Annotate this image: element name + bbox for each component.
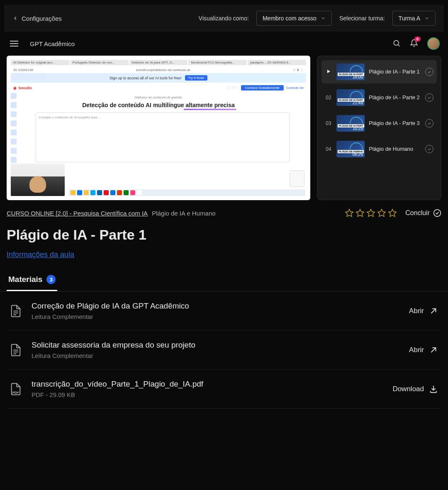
- check-circle-icon: [433, 209, 441, 217]
- material-action[interactable]: Download: [392, 385, 438, 394]
- play-icon: [326, 69, 331, 74]
- svg-marker-6: [378, 209, 385, 216]
- completion-check-icon[interactable]: [425, 68, 433, 76]
- playlist-item[interactable]: 02 PLÁGIO DE IA PART 21:48 Plágio de IA …: [321, 86, 437, 109]
- notifications-button[interactable]: 0: [410, 39, 418, 49]
- svg-marker-5: [367, 209, 375, 216]
- smodin-headline: Detecção de conteúdo AI multilíngue alta…: [27, 102, 290, 108]
- select-class-label: Selecionar turma:: [339, 15, 385, 22]
- hamburger-menu[interactable]: [10, 41, 18, 47]
- playlist-item[interactable]: 03 PLÁGIO DE IA PART 10:25 Plágio de IA …: [321, 112, 437, 135]
- playlist-thumbnail: PLÁGIO DE IA PART 10:25: [336, 115, 365, 132]
- svg-line-12: [431, 309, 436, 313]
- back-label: Configurações: [22, 15, 62, 22]
- svg-line-16: [431, 348, 436, 352]
- app-title: GPT Acadêmico: [30, 40, 381, 47]
- app-header: GPT Acadêmico 0: [0, 32, 448, 56]
- playlist-title: Plágio de IA - Parte 2: [369, 94, 421, 101]
- chevron-left-icon: [12, 15, 18, 21]
- video-player[interactable]: AI Detector for original acc... Portuguê…: [7, 56, 310, 200]
- completion-check-icon[interactable]: [425, 145, 433, 153]
- document-icon: [10, 343, 22, 357]
- material-subtitle: PDF - 29.09 KB: [32, 391, 382, 398]
- search-button[interactable]: [392, 39, 401, 49]
- external-link-icon: [429, 306, 438, 316]
- material-item: PDF transcrição_do_vídeo_Parte_1_Plagio_…: [7, 370, 441, 409]
- class-dropdown-value: Turma A: [399, 15, 420, 22]
- completion-check-icon[interactable]: [425, 93, 433, 102]
- playlist-thumbnail: PLÁGIO DE IA PART 18:00: [336, 64, 365, 80]
- conclude-button[interactable]: Concluir: [405, 209, 441, 217]
- member-access-dropdown[interactable]: Membro com acesso: [256, 11, 332, 26]
- materials-count-badge: 3: [46, 275, 56, 284]
- rating-stars[interactable]: [345, 208, 397, 218]
- star-icon[interactable]: [355, 208, 365, 218]
- smodin-textarea: Coloque o conteúdo de IA suspeito aqui..…: [36, 113, 290, 162]
- download-icon: [429, 385, 438, 394]
- material-action[interactable]: Abrir: [409, 345, 438, 355]
- chevron-down-icon: [424, 16, 429, 21]
- star-icon[interactable]: [345, 208, 354, 218]
- svg-line-1: [398, 44, 400, 46]
- search-icon: [392, 39, 401, 47]
- breadcrumb-module: Plágio de IA e Humano: [152, 210, 215, 217]
- browser-url-bar: ID: 61002148 smodin.io/pt/detector-de-co…: [11, 67, 306, 73]
- class-dropdown[interactable]: Turma A: [392, 11, 436, 26]
- material-item: Solicitar assessoria da empresa do seu p…: [7, 331, 441, 370]
- back-to-config[interactable]: Configurações: [12, 15, 62, 22]
- svg-marker-4: [356, 209, 364, 216]
- playlist-index: 04: [325, 146, 332, 152]
- material-action[interactable]: Abrir: [409, 306, 438, 316]
- breadcrumb-course[interactable]: CURSO ONLINE [2.0] - Pesquisa Científica…: [7, 210, 148, 217]
- playlist-item[interactable]: PLÁGIO DE IA PART 18:00 Plágio de IA - P…: [321, 60, 437, 83]
- lesson-title: Plágio de IA - Parte 1: [0, 221, 448, 247]
- tab-materials[interactable]: Materiais 3: [7, 269, 57, 291]
- playlist-index: 03: [325, 120, 332, 126]
- lesson-playlist[interactable]: PLÁGIO DE IA PART 18:00 Plágio de IA - P…: [317, 56, 441, 200]
- smodin-banner: Sign up to access all of our AI tools fo…: [11, 73, 306, 83]
- presenter-webcam: [11, 164, 65, 196]
- pdf-file-icon: PDF: [10, 382, 22, 396]
- playlist-title: Plágio de Humano: [369, 146, 421, 153]
- playlist-title: Plágio de IA - Parte 1: [369, 69, 421, 76]
- star-icon[interactable]: [388, 208, 397, 218]
- material-item: Correção de Plágio de IA da GPT Acadêmic…: [7, 292, 441, 331]
- materials-list: Correção de Plágio de IA da GPT Acadêmic…: [0, 292, 448, 409]
- star-icon[interactable]: [377, 208, 386, 218]
- user-avatar[interactable]: [427, 37, 440, 50]
- notification-badge: 0: [414, 37, 421, 42]
- playlist-index: 02: [325, 95, 332, 100]
- playlist-thumbnail: PLÁGIO DE IA PART 21:48: [336, 89, 365, 106]
- smodin-sidebar-icons: [11, 93, 17, 163]
- material-title: Correção de Plágio de IA da GPT Acadêmic…: [32, 301, 399, 311]
- breadcrumb: CURSO ONLINE [2.0] - Pesquisa Científica…: [7, 210, 216, 217]
- viewing-as-label: Visualizando como:: [199, 15, 249, 22]
- content-tabs: Materiais 3: [0, 269, 448, 292]
- completion-check-icon[interactable]: [425, 119, 433, 127]
- material-subtitle: Leitura Complementar: [32, 313, 399, 320]
- star-icon[interactable]: [366, 208, 375, 218]
- material-title: Solicitar assessoria da empresa do seu p…: [32, 341, 399, 350]
- svg-point-8: [434, 210, 441, 217]
- svg-text:PDF: PDF: [12, 391, 19, 394]
- svg-marker-3: [346, 209, 353, 216]
- svg-point-0: [394, 40, 399, 45]
- playlist-thumbnail: PLÁGIO DE HUMAN 06:26: [336, 141, 365, 157]
- recaptcha-badge: [290, 170, 304, 187]
- windows-taskbar: [69, 189, 305, 196]
- smodin-logo: ◉ Smodin: [13, 86, 32, 90]
- chevron-down-icon: [321, 16, 326, 21]
- material-title: transcrição_do_vídeo_Parte_1_Plagio_de_I…: [32, 380, 382, 389]
- playlist-title: Plágio de IA - Parte 3: [369, 120, 421, 127]
- browser-tabs: AI Detector for original acc... Portuguê…: [11, 60, 306, 65]
- config-topbar: Configurações Visualizando como: Membro …: [4, 5, 444, 32]
- material-subtitle: Leitura Complementar: [32, 352, 399, 359]
- document-icon: [10, 304, 22, 318]
- member-dropdown-value: Membro com acesso: [263, 15, 317, 22]
- svg-marker-2: [327, 70, 330, 73]
- svg-marker-7: [389, 209, 396, 216]
- lesson-info-link[interactable]: Informações da aula: [0, 247, 448, 269]
- playlist-index: [325, 69, 332, 75]
- playlist-item[interactable]: 04 PLÁGIO DE HUMAN 06:26 Plágio de Human…: [321, 137, 437, 161]
- external-link-icon: [429, 345, 438, 355]
